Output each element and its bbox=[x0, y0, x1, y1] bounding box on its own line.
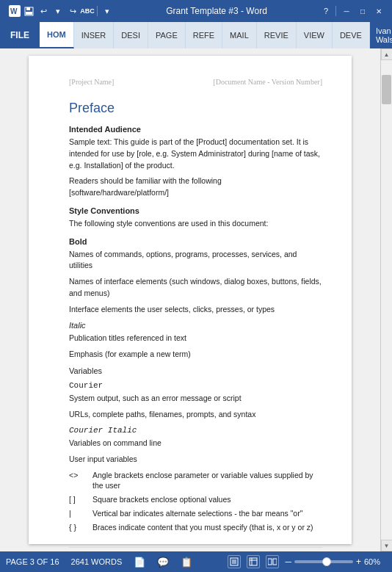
vertical-scrollbar[interactable]: ▲ ▼ bbox=[380, 48, 392, 551]
tab-references[interactable]: REFE bbox=[186, 22, 222, 48]
redo-quick-button[interactable]: ↪ bbox=[66, 4, 79, 18]
help-button[interactable]: ? bbox=[319, 4, 333, 18]
page-info: PAGE 3 OF 16 bbox=[6, 557, 59, 566]
quick-access-toolbar: W ↩ ▾ ↪ ABC ▾ bbox=[9, 4, 114, 18]
list-symbol: [ ] bbox=[69, 494, 87, 505]
style-conventions-heading: Style Conventions bbox=[69, 206, 322, 215]
courier-item1: System output, such as an error message … bbox=[69, 393, 322, 405]
save-quick-button[interactable] bbox=[22, 4, 35, 18]
list-symbol: | bbox=[69, 508, 87, 519]
svg-rect-10 bbox=[268, 559, 272, 565]
bold-heading: Bold bbox=[69, 237, 322, 246]
page-header: [Project Name] [Document Name - Version … bbox=[69, 78, 322, 86]
zoom-controls: ─ + 60% bbox=[285, 557, 386, 567]
courier-italic-heading: Courier Italic bbox=[69, 426, 322, 435]
list-symbol: { } bbox=[69, 522, 87, 533]
zoom-in-button[interactable]: + bbox=[356, 557, 361, 567]
status-bar-right: ─ + 60% bbox=[228, 555, 386, 568]
comments-icon: 💬 bbox=[157, 557, 169, 568]
minimize-button[interactable]: ─ bbox=[339, 5, 354, 17]
zoom-out-button[interactable]: ─ bbox=[285, 557, 291, 567]
sample-text: Sample text: This guide is part of the [… bbox=[69, 137, 322, 171]
italic-item1: Publication titles referenced in text bbox=[69, 333, 322, 344]
courier-italic-item2: User input variables bbox=[69, 454, 322, 466]
list-item-text: Vertical bar indicates alternate selecti… bbox=[92, 508, 302, 519]
italic-item2: Emphasis (for example a new term) bbox=[69, 349, 322, 361]
sep2 bbox=[335, 6, 336, 16]
undo-quick-button[interactable]: ↩ bbox=[37, 4, 50, 18]
svg-rect-11 bbox=[273, 559, 277, 565]
status-bar: PAGE 3 OF 16 2641 WORDS 📄 💬 📋 ─ + 60% bbox=[0, 551, 392, 572]
tab-mail[interactable]: MAIL bbox=[222, 22, 257, 48]
scroll-up-button[interactable]: ▲ bbox=[381, 48, 393, 60]
symbol-list: <>Angle brackets enclose parameter or va… bbox=[69, 470, 322, 532]
spelling-quick-button[interactable]: ABC bbox=[81, 4, 94, 18]
restore-button[interactable]: □ bbox=[355, 5, 370, 17]
preface-heading: Preface bbox=[69, 101, 322, 116]
document-page: [Project Name] [Document Name - Version … bbox=[29, 56, 352, 544]
title-text: Grant Template #3 - Word bbox=[166, 6, 267, 16]
undo-dropdown-button[interactable]: ▾ bbox=[51, 4, 65, 18]
text-select-icon: 📋 bbox=[181, 557, 192, 568]
list-item-text: Angle brackets enclose parameter or vari… bbox=[92, 470, 322, 491]
tab-view[interactable]: VIEW bbox=[297, 22, 333, 48]
list-item: |Vertical bar indicates alternate select… bbox=[69, 508, 322, 519]
read-mode-button[interactable] bbox=[266, 555, 279, 568]
intended-audience-heading: Intended Audience bbox=[69, 125, 322, 134]
courier-heading: Courier bbox=[69, 381, 322, 390]
svg-text:W: W bbox=[10, 7, 18, 15]
list-item-text: Braces indicate content that you must sp… bbox=[92, 522, 313, 533]
document-area: [Project Name] [Document Name - Version … bbox=[0, 48, 392, 551]
courier-item2: URLs, complete paths, filenames, prompts… bbox=[69, 409, 322, 421]
list-item: { }Braces indicate content that you must… bbox=[69, 522, 322, 533]
scroll-track[interactable] bbox=[381, 60, 392, 540]
zoom-level: 60% bbox=[364, 557, 386, 566]
document-name-placeholder: [Document Name - Version Number] bbox=[213, 78, 322, 86]
close-button[interactable]: ✕ bbox=[371, 5, 386, 17]
document-scroll[interactable]: [Project Name] [Document Name - Version … bbox=[0, 48, 380, 551]
scroll-thumb[interactable] bbox=[382, 75, 391, 104]
tab-insert[interactable]: INSER bbox=[74, 22, 115, 48]
zoom-slider[interactable] bbox=[294, 560, 353, 563]
svg-rect-4 bbox=[26, 12, 32, 15]
svg-rect-3 bbox=[26, 7, 30, 10]
toolbar-separator bbox=[97, 6, 98, 16]
variables-heading: Variables bbox=[69, 366, 322, 375]
window-title: Grant Template #3 - Word bbox=[114, 6, 319, 16]
user-name: Ivan Walsh bbox=[376, 26, 392, 44]
list-item: [ ]Square brackets enclose optional valu… bbox=[69, 494, 322, 505]
tab-page[interactable]: PAGE bbox=[148, 22, 186, 48]
word-icon: W bbox=[9, 5, 21, 17]
tab-developer[interactable]: DEVE bbox=[333, 22, 370, 48]
italic-heading: Italic bbox=[69, 321, 322, 330]
readers-text: Readers should be familiar with the foll… bbox=[69, 175, 322, 199]
project-name-placeholder: [Project Name] bbox=[69, 78, 114, 86]
title-bar: W ↩ ▾ ↪ ABC ▾ Grant Template #3 - Word ?… bbox=[0, 0, 392, 22]
tab-design[interactable]: DESI bbox=[114, 22, 148, 48]
window-controls: ? ─ □ ✕ bbox=[319, 4, 386, 18]
user-menu[interactable]: Ivan Walsh ▾ K bbox=[370, 22, 392, 48]
list-item-text: Square brackets enclose optional values bbox=[92, 494, 231, 505]
page-footer: 3 | P a g e bbox=[69, 547, 322, 551]
svg-rect-9 bbox=[250, 558, 257, 565]
file-tab[interactable]: FILE bbox=[0, 22, 40, 48]
zoom-thumb[interactable] bbox=[322, 557, 331, 566]
print-layout-button[interactable] bbox=[228, 555, 241, 568]
web-layout-button[interactable] bbox=[247, 555, 260, 568]
word-count: 2641 WORDS bbox=[71, 557, 123, 566]
ribbon-tabs: HOM INSER DESI PAGE REFE MAIL REVIE VIEW… bbox=[40, 22, 370, 48]
list-item: <>Angle brackets enclose parameter or va… bbox=[69, 470, 322, 491]
style-intro: The following style conventions are used… bbox=[69, 218, 322, 230]
bold-item3: Interface elements the user selects, cli… bbox=[69, 304, 322, 316]
tab-review[interactable]: REVIE bbox=[257, 22, 297, 48]
bold-item2: Names of interface elements (such window… bbox=[69, 276, 322, 300]
customize-quick-button[interactable]: ▾ bbox=[101, 4, 114, 18]
track-changes-icon: 📄 bbox=[134, 557, 145, 568]
list-symbol: <> bbox=[69, 470, 87, 491]
tab-home[interactable]: HOM bbox=[40, 22, 74, 48]
scroll-down-button[interactable]: ▼ bbox=[381, 540, 393, 551]
bold-item1: Names of commands, options, programs, pr… bbox=[69, 249, 322, 272]
courier-italic-item1: Variables on command line bbox=[69, 438, 322, 449]
ribbon: FILE HOM INSER DESI PAGE REFE MAIL REVIE… bbox=[0, 22, 392, 48]
